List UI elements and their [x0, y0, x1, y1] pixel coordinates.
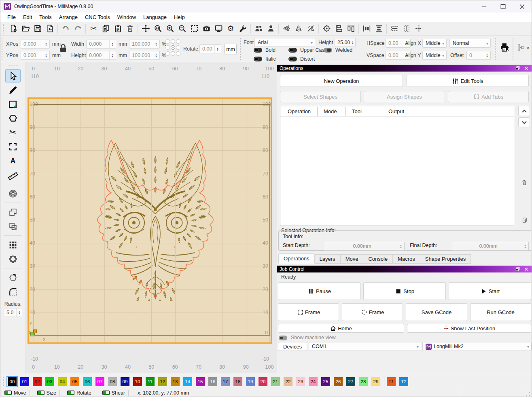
menu-help[interactable]: Help	[170, 13, 189, 21]
toolbar-flip-vertical-button[interactable]	[280, 23, 292, 35]
tab-console[interactable]: Console	[363, 254, 393, 264]
panel-toolbar-drag-handle[interactable]	[513, 38, 513, 60]
height-field[interactable]: 0.000▴▾	[86, 51, 116, 60]
stop-button[interactable]: Stop	[363, 282, 446, 300]
width-field[interactable]: 0.000▴▾	[86, 40, 116, 49]
move-toggle[interactable]	[4, 391, 12, 395]
palette-fillet-tool-button[interactable]	[5, 285, 21, 298]
start-button[interactable]: Start	[449, 282, 531, 300]
select-shapes-button[interactable]: Select Shapes	[280, 91, 361, 102]
layer-color-16[interactable]: 16	[208, 377, 217, 386]
layer-color-23[interactable]: 23	[296, 377, 305, 386]
final-depth-spinner[interactable]: ▴▾	[522, 242, 528, 250]
offset-field[interactable]: 0▴▾	[466, 51, 491, 60]
palette-direction-tool-button[interactable]	[5, 271, 21, 284]
palette-circular-array-tool-button[interactable]	[5, 252, 21, 266]
toolbar-stretch-width-button[interactable]	[388, 23, 401, 35]
toolbar-settings-gear-button[interactable]: ⚙	[225, 23, 237, 35]
copy-operation-button[interactable]	[519, 215, 530, 225]
tool-color-t2[interactable]: T2	[399, 377, 408, 386]
height-spinner[interactable]: ▴▾	[109, 51, 115, 59]
final-depth-field[interactable]: 0.00mm▴▾	[452, 242, 529, 251]
layer-color-28[interactable]: 28	[359, 377, 368, 386]
toolbar-overflow-chevron[interactable]: »	[526, 44, 530, 51]
palette-drag-handle[interactable]	[8, 65, 18, 66]
assign-shapes-button[interactable]: Assign Shapes	[364, 91, 445, 102]
scale-width-field[interactable]: 100.000▴▾	[129, 40, 160, 49]
add-tabs-button[interactable]: Add Tabs	[448, 91, 529, 102]
tab-layers[interactable]: Layers	[315, 254, 341, 264]
palette-polygon-tool-button[interactable]	[5, 112, 21, 125]
radius-field[interactable]: 5.0▴▾	[4, 308, 22, 317]
resize-grip[interactable]	[526, 392, 530, 396]
layer-color-03[interactable]: 03	[45, 377, 54, 386]
palette-select-tool-button[interactable]	[5, 69, 21, 82]
layer-color-27[interactable]: 27	[346, 377, 355, 386]
align-x-combo[interactable]: Middle▾	[422, 39, 447, 48]
rotate-field[interactable]: 0.00▴▾	[199, 44, 221, 53]
units-button[interactable]: mm	[225, 44, 237, 54]
bold-toggle[interactable]	[254, 48, 262, 53]
text-style-combo[interactable]: Normal▾	[449, 39, 491, 48]
operation-move-up-button[interactable]	[518, 106, 530, 116]
print-button[interactable]	[499, 41, 511, 53]
scale-width-spinner[interactable]: ▴▾	[153, 40, 159, 48]
home-button[interactable]: Home	[278, 324, 404, 333]
operations-column-mode[interactable]: Mode	[320, 106, 337, 116]
toolbar-import-file-button[interactable]	[44, 23, 56, 35]
toolbar-open-file-button[interactable]	[19, 23, 32, 35]
offset-spinner[interactable]: ▴▾	[484, 51, 490, 59]
palette-bar-drag-handle[interactable]	[3, 377, 5, 386]
toolbar-stretch-height-button[interactable]	[401, 23, 413, 35]
font-height-spinner[interactable]: ▴▾	[350, 38, 354, 46]
port-combo[interactable]: COM1▾	[309, 342, 421, 351]
new-operation-button[interactable]: New Operation	[280, 75, 403, 87]
italic-toggle[interactable]	[254, 57, 262, 61]
layer-color-01[interactable]: 01	[20, 377, 29, 386]
size-toggle[interactable]	[37, 391, 45, 395]
xpos-field[interactable]: 0.000▴▾	[21, 40, 50, 49]
panel-layout-button[interactable]	[515, 41, 527, 53]
tab-macros[interactable]: Macros	[393, 254, 420, 264]
toolbar-align-vertical-button[interactable]	[345, 23, 357, 35]
menu-cnc-tools[interactable]: CNC Tools	[81, 13, 114, 21]
stock-workpiece[interactable]: Y X 0 0 10010090908080707060605050404030…	[28, 97, 272, 344]
palette-offset-tool-button[interactable]	[5, 187, 21, 200]
distort-toggle[interactable]	[288, 57, 297, 61]
tab-operations[interactable]: Operations	[278, 253, 315, 264]
job-control-panel-header[interactable]: Job Control	[277, 266, 532, 272]
palette-draw-tool-button[interactable]	[5, 83, 21, 97]
layer-color-11[interactable]: 11	[146, 377, 155, 386]
pause-button[interactable]: Pause	[278, 282, 360, 300]
menu-file[interactable]: File	[4, 13, 19, 21]
menu-arrange[interactable]: Arrange	[55, 13, 81, 21]
palette-weld-tool-button[interactable]	[5, 205, 21, 219]
layer-color-06[interactable]: 06	[83, 377, 92, 386]
toolbar-zoom-in-button[interactable]	[164, 23, 176, 35]
save-gcode-button[interactable]: Save GCode	[406, 303, 467, 321]
run-gcode-button[interactable]: Run GCode	[470, 303, 531, 321]
layer-color-04[interactable]: 04	[58, 377, 67, 386]
layer-color-13[interactable]: 13	[171, 377, 180, 386]
palette-measure-tool-button[interactable]	[5, 168, 21, 182]
toolbar-drag-handle[interactable]	[2, 38, 2, 60]
layer-color-08[interactable]: 08	[108, 377, 117, 386]
toolbar-ungroup-shapes-button[interactable]	[265, 23, 277, 35]
layer-color-24[interactable]: 24	[309, 377, 318, 386]
show-machine-view-toggle[interactable]	[279, 336, 287, 340]
width-spinner[interactable]: ▴▾	[109, 40, 115, 48]
toolbar-center-origin-button[interactable]	[320, 23, 333, 35]
toolbar-snapshot-button[interactable]	[200, 23, 212, 35]
layer-color-18[interactable]: 18	[233, 377, 242, 386]
palette-region-select-tool-button[interactable]	[5, 140, 21, 153]
toolbar-zoom-fit-button[interactable]	[152, 23, 164, 35]
welded-toggle[interactable]	[324, 48, 332, 53]
palette-rect-tool-button[interactable]	[5, 97, 21, 111]
minimize-button[interactable]	[475, 0, 494, 13]
ypos-field[interactable]: 0.000▴▾	[21, 51, 50, 60]
toolbar-copy-button[interactable]	[100, 23, 112, 35]
column-separator[interactable]	[345, 107, 346, 116]
palette-subtract-tool-button[interactable]	[5, 220, 21, 233]
toolbar-fullscreen-button[interactable]	[212, 23, 225, 35]
toolbar-undo-button[interactable]	[59, 23, 72, 35]
